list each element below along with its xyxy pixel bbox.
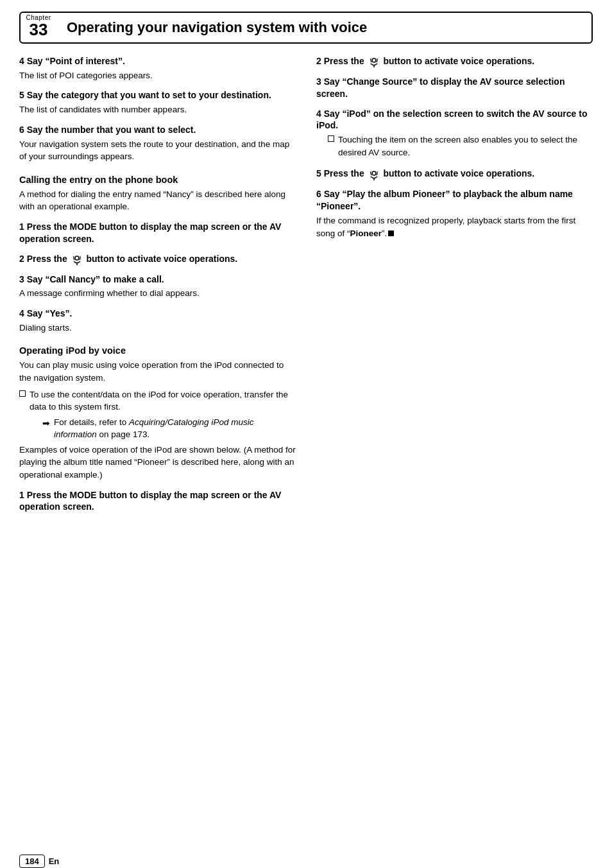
- page: Chapter 33 Operating your navigation sys…: [0, 12, 612, 868]
- pb-step2-suffix: button to activate voice operations.: [87, 254, 238, 264]
- r-step5-suffix: button to activate voice operations.: [384, 168, 535, 178]
- step6-number-body: Your navigation system sets the route to…: [19, 138, 296, 163]
- r-step4-bullet-icon: [328, 135, 334, 142]
- bullet-square-icon: [19, 390, 26, 397]
- section-ipod-heading: Operating iPod by voice: [19, 345, 296, 356]
- right-column: 2 Press the button to activate voice ope…: [311, 55, 593, 515]
- ipod-sub-pre: For details, refer to: [54, 417, 129, 427]
- ipod-bullet1-text: To use the content/data on the iPod for …: [30, 388, 296, 413]
- r-step2-voice-icon: [368, 56, 380, 68]
- pb-step2-voice-icon: [71, 254, 83, 266]
- r-step4-heading: 4 Say “iPod” on the selection screen to …: [316, 108, 593, 132]
- r-step2-heading: 2 Press the button to activate voice ope…: [316, 55, 593, 68]
- footer-language: En: [49, 856, 60, 866]
- r-step5-heading: 5 Press the button to activate voice ope…: [316, 168, 593, 180]
- section-ipod-intro: You can play music using voice operation…: [19, 359, 296, 384]
- chapter-label: Chapter 33: [21, 13, 56, 42]
- pb-step2-heading: 2 Press the button to activate voice ope…: [19, 253, 296, 266]
- pb-step1-heading: 1 Press the MODE button to display the m…: [19, 221, 296, 245]
- ipod-bullet1: To use the content/data on the iPod for …: [19, 388, 296, 413]
- chapter-title: Operating your navigation system with vo…: [56, 13, 591, 42]
- ipod-sub-bullet: ➡ For details, refer to Acquiring/Catalo…: [19, 416, 296, 441]
- section-phonebook-heading: Calling the entry on the phone book: [19, 175, 296, 185]
- r-step4-bullet: Touching the item on the screen also ena…: [316, 134, 593, 159]
- svg-point-0: [75, 256, 79, 260]
- r-step2-suffix: button to activate voice operations.: [384, 56, 535, 66]
- footer: 184 En: [19, 855, 59, 868]
- svg-point-4: [372, 171, 376, 175]
- ipod-body2: Examples of voice operation of the iPod …: [19, 444, 296, 482]
- left-column: 4 Say “Point of interest”. The list of P…: [19, 55, 311, 515]
- page-number: 184: [19, 855, 45, 868]
- step5-category-heading: 5 Say the category that you want to set …: [19, 89, 296, 101]
- pb-step4-heading: 4 Say “Yes”.: [19, 308, 296, 320]
- arrow-icon: ➡: [42, 417, 50, 430]
- r-step6-body-bold: Pioneer: [350, 229, 382, 238]
- section-phonebook-intro: A method for dialing the entry named “Na…: [19, 188, 296, 213]
- chapter-number: 33: [30, 21, 48, 38]
- step4-poi-heading: 4 Say “Point of interest”.: [19, 55, 296, 67]
- r-step5-voice-icon: [368, 168, 380, 180]
- ipod-sub-bullet-text: For details, refer to Acquiring/Catalogi…: [54, 416, 296, 441]
- content-area: 4 Say “Point of interest”. The list of P…: [0, 44, 612, 515]
- chapter-header: Chapter 33 Operating your navigation sys…: [19, 12, 593, 44]
- r-step3-heading: 3 Say “Change Source” to display the AV …: [316, 76, 593, 100]
- pb-step3-heading: 3 Say “Call Nancy” to make a call.: [19, 273, 296, 286]
- r-step6-body-post: ”.: [382, 229, 387, 238]
- r-step6-body: If the command is recognized properly, p…: [316, 214, 593, 239]
- r-step5-pre: 5 Press the: [316, 168, 364, 178]
- ipod-sub-suffix: on page 173.: [97, 430, 150, 439]
- r-step4-bullet-text: Touching the item on the screen also ena…: [338, 134, 593, 159]
- pb-step2-pre: 2 Press the: [19, 254, 67, 264]
- pb-step4-body: Dialing starts.: [19, 322, 296, 334]
- r-step2-pre: 2 Press the: [316, 56, 364, 66]
- step5-category-body: The list of candidates with number appea…: [19, 103, 296, 116]
- r-step6-heading: 6 Say “Play the album Pioneer” to playba…: [316, 188, 593, 213]
- step6-number-heading: 6 Say the number that you want to select…: [19, 124, 296, 136]
- pb-step3-body: A message confirming whether to dial app…: [19, 287, 296, 300]
- svg-point-2: [372, 58, 376, 62]
- ipod-step1-heading: 1 Press the MODE button to display the m…: [19, 489, 296, 514]
- end-square-icon: [388, 230, 394, 236]
- step4-poi-body: The list of POI categories appears.: [19, 69, 296, 82]
